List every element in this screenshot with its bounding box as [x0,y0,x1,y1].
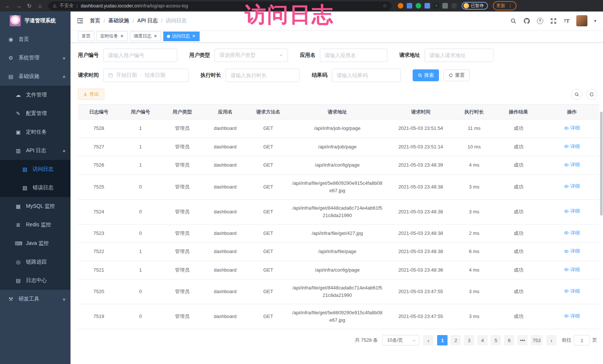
tag-close-icon[interactable]: ✕ [153,34,157,39]
detail-link[interactable]: 详细 [564,247,580,255]
export-button[interactable]: 导出 [78,89,104,100]
extension-badge-icon[interactable]: 译 [433,3,439,9]
caret-down-icon[interactable]: ▼ [593,19,597,23]
page-button[interactable]: ••• [517,335,528,345]
page-unit-label: 页 [592,337,597,344]
detail-link[interactable]: 详细 [564,207,580,215]
sidebar-item-trace[interactable]: ◎ 链路追踪 [0,253,71,271]
next-page-button[interactable]: › [546,335,557,345]
cell-user-id: 0 [119,279,161,304]
result-code-input[interactable] [332,69,401,82]
sidebar-item-error-log[interactable]: ▨ 错误日志 [0,178,71,197]
tag-close-icon[interactable]: ✕ [191,34,196,39]
detail-link[interactable]: 详细 [564,183,580,190]
sidebar-item-mysql-monitor[interactable]: ▦ MySQL 监控 [0,197,71,216]
request-url-input[interactable] [425,49,494,62]
page-button[interactable]: 2 [450,335,461,345]
cell-app-name: dashboard [203,304,247,329]
page-size-select[interactable]: 10条/页 [382,335,419,345]
cell-duration: 6 ms [456,243,492,261]
page-button[interactable]: 5 [491,335,501,345]
sidebar-item-log-center[interactable]: ▤ 日志中心 [0,271,71,290]
page-button[interactable]: 6 [504,335,514,345]
tag-access-log[interactable]: 访问日志 ✕ [163,32,199,41]
browser-reload-icon[interactable]: ↻ [25,3,33,9]
request-time-range-picker[interactable]: 开始日期 - 结束日期 [103,69,189,82]
extension-blue-icon[interactable] [407,3,412,9]
search-icon[interactable] [509,17,517,24]
sidebar-item-access-log[interactable]: ▧ 访问日志 [0,160,71,178]
tools-icon: ⚒ [7,296,14,302]
sidebar-item-api-log[interactable]: ▥ API 日志 ∧ [0,141,71,160]
sidebar-item-dev-tools[interactable]: ⚒ 研发工具 ∨ [0,290,71,308]
page-buttons: 123456•••753 [437,335,543,345]
extension-green-icon[interactable] [416,3,421,9]
sidebar-item-system-mgmt[interactable]: ⚙ 系统管理 ∨ [0,49,71,67]
reset-button[interactable]: 重置 [443,69,470,81]
detail-link[interactable]: 详细 [564,288,580,295]
cell-user-id: 0 [119,224,161,243]
sidebar-item-scheduled-jobs[interactable]: ▣ 定时任务 [0,123,71,141]
page-button[interactable]: 753 [531,335,543,345]
prev-page-button[interactable]: ‹ [423,335,433,345]
app-name-input[interactable] [320,49,387,62]
search-button[interactable]: 搜索 [413,69,439,81]
sidebar-item-java-monitor[interactable]: ⌨ Java 监控 [0,234,71,253]
extension-paw-icon[interactable] [451,3,457,9]
cell-request-time: 2021-05-03 23:47:55 [386,279,456,304]
browser-home-icon[interactable]: ⌂ [36,3,44,9]
breadcrumb-item[interactable]: 首页 / [90,17,105,24]
table-row: 7523 0 管理员 dashboard GET /api/infra/file… [78,224,599,243]
browser-forward-icon[interactable]: → [14,3,23,9]
refresh-button[interactable] [586,89,597,100]
bookmark-star-icon[interactable]: ☆ [383,3,387,9]
tag-close-icon[interactable]: ✕ [120,34,124,39]
tag-schedule-log[interactable]: 调度日志 ✕ [130,32,161,41]
user-avatar[interactable] [576,15,587,26]
user-type-select[interactable]: 请选择用户类型 [214,49,288,62]
cell-user-type: 管理员 [161,156,203,175]
tag-home[interactable]: 首页 [78,32,94,41]
tag-scheduled-jobs[interactable]: 定时任务 ✕ [96,32,128,41]
detail-link[interactable]: 详细 [564,124,580,132]
browser-profile-chip[interactable]: 已暂停 [462,2,488,10]
breadcrumb-item[interactable]: API 日志 / [137,17,163,24]
extension-orange-icon[interactable] [398,3,403,9]
extension-puzzle-icon[interactable] [425,3,430,9]
scrollbar-thumb[interactable] [600,112,603,216]
detail-link[interactable]: 详细 [564,161,580,168]
detail-link[interactable]: 详细 [564,266,580,273]
page-button[interactable]: 1 [437,335,448,345]
cell-method: GET [248,261,289,279]
browser-back-icon[interactable]: ← [4,3,12,9]
browser-menu-icon[interactable]: ⋮ [508,3,513,9]
detail-link[interactable]: 详细 [564,229,580,237]
breadcrumb-item[interactable]: 访问日志 / [166,17,187,24]
extension-gray-icon[interactable] [442,3,448,9]
breadcrumb-item[interactable]: 基础设施 / [108,17,134,24]
cell-user-id: 1 [119,156,161,175]
goto-label: 前往 [562,337,571,344]
font-size-icon[interactable]: TT [563,17,570,24]
toggle-search-button[interactable] [571,89,582,100]
duration-input[interactable] [226,69,300,82]
page-button[interactable]: 4 [477,335,488,345]
sidebar-item-config-mgmt[interactable]: ✎ 配置管理 [0,104,71,123]
browser-update-button[interactable]: 更新 ⋮ [493,1,517,10]
detail-link[interactable]: 详细 [564,312,580,320]
page-button[interactable]: 3 [464,335,474,345]
cell-request-time: 2021-05-03 23:48:38 [386,224,456,243]
sidebar-item-infrastructure[interactable]: ▤ 基础设施 ∧ [0,67,71,86]
sidebar-item-home[interactable]: ◉ 首页 [0,30,71,49]
hamburger-icon[interactable] [76,17,84,24]
help-icon[interactable]: ? [536,17,544,24]
detail-link[interactable]: 详细 [564,143,580,150]
goto-page-input[interactable] [574,335,590,345]
address-bar[interactable]: ⚠ 不安全 | dashboard.yudao.iocoder.cn/infra… [48,1,391,10]
fullscreen-icon[interactable] [550,17,557,24]
sidebar-item-redis-monitor[interactable]: ≣ Redis 监控 [0,216,71,234]
app-logo-row[interactable]: 芋道管理系统 [0,12,71,30]
sidebar-item-file-mgmt[interactable]: ☁ 文件管理 [0,86,71,104]
user-id-input[interactable] [103,49,177,62]
github-icon[interactable] [523,17,530,24]
